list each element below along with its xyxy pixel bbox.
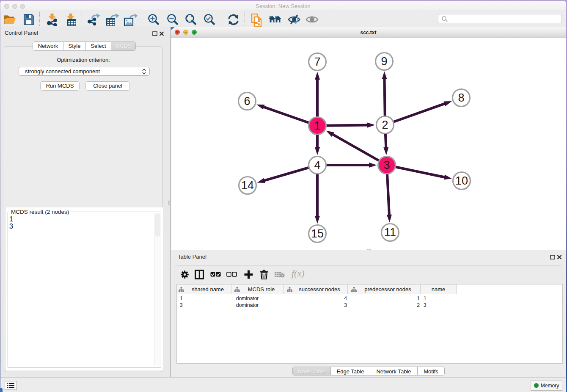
svg-text:7: 7 xyxy=(314,55,320,68)
svg-text:15: 15 xyxy=(311,227,324,240)
svg-text:6: 6 xyxy=(244,95,250,108)
svg-text:14: 14 xyxy=(241,179,254,192)
svg-text:11: 11 xyxy=(384,226,396,239)
svg-text:1: 1 xyxy=(314,119,320,132)
svg-text:4: 4 xyxy=(314,159,320,171)
svg-text:2: 2 xyxy=(382,119,388,131)
svg-text:10: 10 xyxy=(455,174,468,187)
svg-text:9: 9 xyxy=(381,55,387,68)
svg-text:8: 8 xyxy=(458,91,464,104)
svg-text:3: 3 xyxy=(383,159,390,171)
